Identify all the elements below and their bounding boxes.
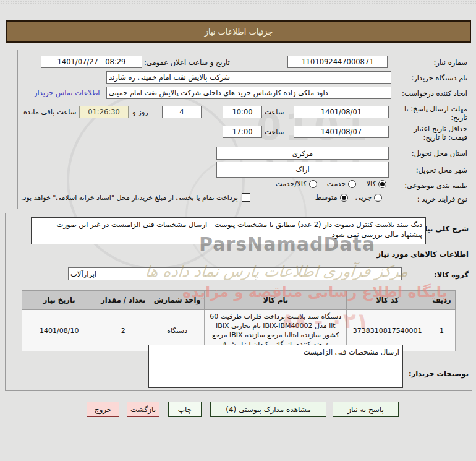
col-need-date: تاریخ نیاز xyxy=(22,291,96,310)
radio-goods-label: کالا xyxy=(366,179,376,188)
reply-deadline-time-field[interactable]: 10:00 xyxy=(223,106,262,118)
goods-group-field[interactable]: ابزارآلات xyxy=(68,267,402,280)
remaining-hours-label: ساعت باقی مانده xyxy=(23,108,76,116)
announce-datetime-value: 1401/07/27 - 08:29 xyxy=(57,58,126,66)
treasury-checkbox-option[interactable]: پرداخت تمام یا بخشی از مبلغ خرید،از محل … xyxy=(21,193,250,202)
request-creator-label: ایجاد کننده درخواست: xyxy=(402,89,467,98)
reply-deadline-date: 1401/08/01 xyxy=(321,108,362,116)
buyer-notes-label: توضیحات خریدار: xyxy=(409,369,469,378)
subject-class-option-service[interactable]: خدمت xyxy=(327,179,357,188)
goods-table-header-row: ردیف کد کالا نام کالا واحد شمارش تعداد /… xyxy=(22,291,456,310)
goods-section-title: اطلاعات کالاهای مورد نیاز xyxy=(377,250,469,259)
request-creator-field[interactable]: داود ملکی زاده کارشناس خرید های داخلی شر… xyxy=(106,87,391,99)
process-type-option-minor[interactable]: جزیی xyxy=(355,193,382,202)
reply-deadline-hour-label: ساعت xyxy=(265,108,284,116)
need-description-box: دیگ سند بلاست کنترل دیموت دار (2 عدد) مط… xyxy=(31,217,426,244)
cell-need-date: 1401/08/10 xyxy=(22,310,96,351)
city-label: شهر محل تحویل: xyxy=(416,166,467,174)
view-attachments-button[interactable]: مشاهده مدارک پیوستی (4) xyxy=(210,402,326,417)
need-description-text: دیگ سند بلاست کنترل دیموت دار (2 عدد) مط… xyxy=(57,220,422,239)
subject-class-option-goods[interactable]: کالا xyxy=(366,179,386,188)
col-goods-name: نام کالا xyxy=(205,291,347,310)
reply-deadline-date-field[interactable]: 1401/08/01 xyxy=(294,106,389,118)
goods-group-label: گروه کالا: xyxy=(434,270,469,279)
days-and-label: روز و xyxy=(132,108,148,116)
radio-service-label: خدمت xyxy=(327,179,346,188)
buyer-org-label: نام دستگاه خریدار: xyxy=(411,74,467,82)
top-dotted-texture xyxy=(0,0,476,4)
announce-datetime-label: تاریخ و ساعت اعلان عمومی: xyxy=(144,58,230,67)
col-goods-code: کد کالا xyxy=(347,291,428,310)
treasury-checkbox-icon[interactable] xyxy=(242,193,250,202)
need-number-value: 1101092447000871 xyxy=(301,58,373,66)
remaining-days-field[interactable]: 4 xyxy=(162,106,202,118)
treasury-checkbox-label: پرداخت تمام یا بخشی از مبلغ خرید،از محل … xyxy=(21,194,238,202)
col-row-number: ردیف xyxy=(428,291,455,310)
city-value: اراک xyxy=(295,165,309,174)
goods-group-value: ابزارآلات xyxy=(70,270,96,278)
province-field[interactable]: مرکزی xyxy=(216,147,389,160)
price-validity-date: 1401/08/07 xyxy=(321,127,362,136)
remaining-hours-field: 01:26:30 xyxy=(79,106,129,118)
radio-service-icon[interactable] xyxy=(348,180,356,188)
cell-row-number: 1 xyxy=(428,310,455,351)
remaining-hours-value: 01:26:30 xyxy=(88,108,120,116)
request-creator-value: داود ملکی زاده کارشناس خرید های داخلی شر… xyxy=(109,88,328,97)
remaining-days-value: 4 xyxy=(179,108,184,116)
col-count-unit: واحد شمارش xyxy=(150,291,205,310)
province-value: مرکزی xyxy=(292,149,313,158)
city-field[interactable]: اراک xyxy=(216,162,389,178)
price-validity-label: حداقل تاریخ اعتبار قیمت: تا تاریخ: xyxy=(394,124,467,142)
buyer-notes-box[interactable]: ارسال مشخصات فنی الزامیست xyxy=(148,345,403,388)
province-label: استان محل تحویل: xyxy=(412,149,467,158)
reply-deadline-label: مهلت ارسال پاسخ: تا تاریخ: xyxy=(401,105,467,122)
price-validity-time: 17:00 xyxy=(232,127,252,136)
radio-minor-label: جزیی xyxy=(355,193,372,202)
radio-goods-service-icon[interactable] xyxy=(309,180,317,188)
subject-class-label: طبقه بندی موضوعی: xyxy=(404,181,467,190)
print-button[interactable]: چاپ xyxy=(168,402,202,417)
radio-goods-service-label: کالا/خدمت xyxy=(276,179,307,188)
price-validity-time-field[interactable]: 17:00 xyxy=(223,126,262,138)
need-number-label: شماره نیاز: xyxy=(433,58,467,67)
process-type-label: نوع فرآیند خرید : xyxy=(417,195,467,204)
need-details-page: 0101 1001 جزئیات اطلاعات نیاز شماره نیاز… xyxy=(0,0,476,461)
price-validity-hour-label: ساعت xyxy=(265,127,284,136)
page-title: جزئیات اطلاعات نیاز xyxy=(205,27,273,37)
announce-datetime-field[interactable]: 1401/07/27 - 08:29 xyxy=(41,56,142,68)
col-quantity: تعداد / مقدار xyxy=(96,291,150,310)
back-button[interactable]: بازگشت xyxy=(127,402,159,417)
exit-button[interactable]: خروج xyxy=(87,402,119,417)
radio-minor-icon[interactable] xyxy=(374,194,382,202)
buyer-org-value: شرکت پالایش نفت امام خمینی ره شازند xyxy=(109,73,230,82)
page-title-bar: جزئیات اطلاعات نیاز xyxy=(6,20,471,43)
radio-medium-icon[interactable] xyxy=(340,194,348,202)
buyer-notes-text: ارسال مشخصات فنی الزامیست xyxy=(304,348,399,356)
need-number-field[interactable]: 1101092447000871 xyxy=(287,56,388,68)
subject-class-options: کالا خدمت کالا/خدمت xyxy=(276,179,386,188)
buyer-contact-link[interactable]: اطلاعات تماس خریدار xyxy=(34,88,100,97)
buyer-org-field[interactable]: شرکت پالایش نفت امام خمینی ره شازند xyxy=(106,71,391,84)
reply-to-need-button[interactable]: پاسخ به نیاز xyxy=(333,402,399,417)
process-type-options: جزیی متوسط xyxy=(315,193,382,202)
cell-quantity: 2 xyxy=(96,310,150,351)
treasury-checkbox-row: پرداخت تمام یا بخشی از مبلغ خرید،از محل … xyxy=(21,193,250,202)
radio-goods-icon[interactable] xyxy=(378,180,386,188)
price-validity-date-field[interactable]: 1401/08/07 xyxy=(294,126,389,138)
process-type-option-medium[interactable]: متوسط xyxy=(315,193,348,202)
radio-medium-label: متوسط xyxy=(315,193,338,202)
reply-deadline-time: 10:00 xyxy=(232,108,252,116)
goods-table: ردیف کد کالا نام کالا واحد شمارش تعداد /… xyxy=(22,290,456,351)
subject-class-option-goods-service[interactable]: کالا/خدمت xyxy=(276,179,317,188)
